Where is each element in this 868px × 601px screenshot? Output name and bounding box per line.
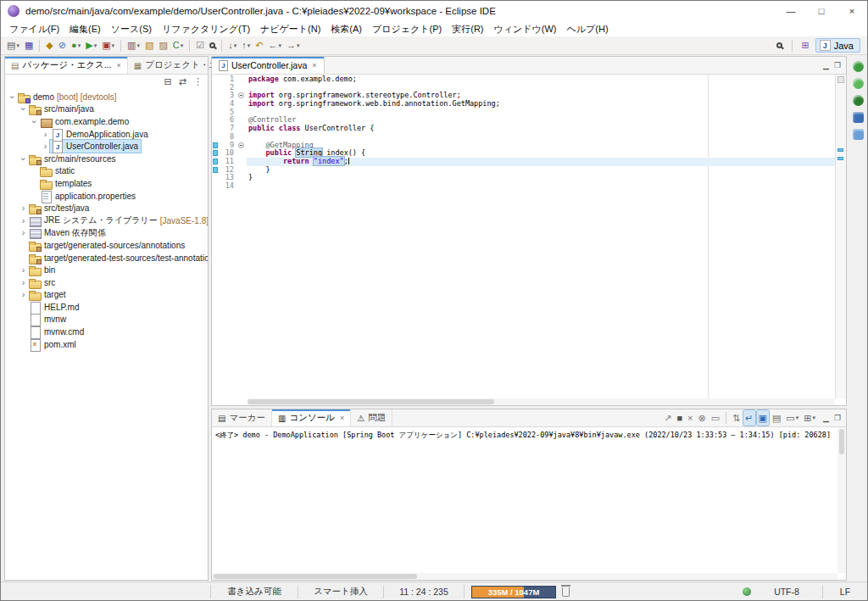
menu-item[interactable]: ソース(S): [106, 22, 157, 36]
display-selected-console-icon[interactable]: ▭▾: [784, 410, 800, 426]
collapse-fold-icon[interactable]: [238, 92, 244, 98]
twistie-icon[interactable]: ›: [30, 117, 39, 126]
tree-item[interactable]: target/generated-test-sources/test-annot…: [5, 252, 208, 264]
open-perspective-icon[interactable]: ⊞: [800, 38, 811, 53]
overview-occurrence-mark[interactable]: [837, 148, 843, 152]
twistie-icon[interactable]: ›: [19, 290, 28, 299]
next-annotation-icon[interactable]: ↓▾: [226, 38, 238, 53]
twistie-icon[interactable]: ›: [19, 203, 28, 213]
menu-item[interactable]: 編集(E): [64, 22, 106, 36]
editor-line[interactable]: 1package com.example.demo;: [212, 75, 835, 84]
editor-line[interactable]: 12 }: [212, 166, 835, 175]
annotation-summary-icon[interactable]: [837, 76, 844, 83]
console-body[interactable]: <終了> demo - DemoApplication [Spring Boot…: [212, 427, 846, 580]
code-editor[interactable]: 1package com.example.demo;23import org.s…: [212, 75, 835, 398]
menu-item[interactable]: リファクタリング(T): [157, 22, 255, 36]
scrollbar-thumb[interactable]: [248, 399, 494, 404]
close-window-button[interactable]: ×: [837, 1, 867, 21]
boot-dashboard-icon[interactable]: [853, 61, 864, 72]
search-icon[interactable]: [775, 38, 784, 53]
console-tab-console[interactable]: ▥コンソール×: [272, 409, 351, 426]
explorer-tab[interactable]: ▤パッケージ・エクス...×: [5, 57, 128, 74]
tree-item[interactable]: ›demo [boot] [devtools]: [5, 91, 208, 103]
editor-line[interactable]: 4import org.springframework.web.bind.ann…: [212, 100, 835, 109]
pin-console-icon[interactable]: ▤: [771, 410, 782, 426]
coverage-icon[interactable]: ▥▾: [125, 38, 142, 53]
twistie-icon[interactable]: ›: [19, 228, 28, 237]
forward-icon[interactable]: →▾: [285, 38, 302, 53]
twistie-icon[interactable]: ›: [19, 216, 28, 225]
twistie-icon[interactable]: ›: [41, 130, 50, 139]
scrollbar-thumb[interactable]: [214, 574, 417, 579]
menu-item[interactable]: ファイル(F): [4, 22, 64, 36]
outline-icon[interactable]: [853, 95, 864, 106]
console-tab-problems[interactable]: ⚠問題: [351, 409, 392, 426]
editor-line[interactable]: 5: [212, 109, 835, 117]
back-icon[interactable]: ←▾: [266, 38, 283, 53]
snippets-icon[interactable]: [853, 129, 864, 140]
tree-item[interactable]: pom.xml: [5, 338, 208, 351]
tree-item[interactable]: ›com.example.demo: [5, 115, 208, 128]
maximize-view-icon[interactable]: ❐: [834, 61, 841, 70]
editor-line[interactable]: 14: [212, 182, 835, 191]
open-console-icon[interactable]: ⊞▾: [802, 410, 817, 426]
tree-item[interactable]: ›UserController.java: [5, 140, 208, 153]
tree-item[interactable]: mvnw: [5, 314, 208, 326]
maximize-window-button[interactable]: □: [806, 1, 837, 21]
editor-line[interactable]: 11 return "index";: [212, 158, 835, 166]
tree-item[interactable]: ›Maven 依存関係: [5, 227, 208, 240]
close-tab-icon[interactable]: ×: [340, 414, 344, 422]
scrollbar-thumb[interactable]: [839, 429, 844, 454]
new-wizard-icon[interactable]: ▤▾: [5, 38, 21, 53]
minimize-window-button[interactable]: —: [776, 1, 806, 21]
previous-annotation-icon[interactable]: ↑▾: [240, 38, 252, 53]
menu-item[interactable]: ヘルプ(H): [562, 22, 614, 36]
tree-item[interactable]: ›src/main/java: [5, 103, 208, 116]
open-launch-config-icon[interactable]: ↗: [662, 410, 673, 426]
tree-item[interactable]: ›JRE システム・ライブラリー [JavaSE-1.8]: [5, 214, 208, 227]
menu-item[interactable]: ナビゲート(N): [255, 22, 326, 36]
spring-symbols-icon[interactable]: [853, 78, 864, 89]
close-tab-icon[interactable]: ×: [312, 61, 316, 70]
tree-item[interactable]: ›DemoApplication.java: [5, 128, 208, 141]
terminate-icon[interactable]: ■: [675, 410, 684, 426]
new-class-icon[interactable]: C▾: [171, 38, 185, 53]
tree-item[interactable]: mvnw.cmd: [5, 326, 208, 338]
editor-horizontal-scrollbar[interactable]: [248, 398, 835, 405]
tree-item[interactable]: static: [5, 165, 208, 178]
tree-item[interactable]: ›bin: [5, 264, 208, 276]
minimize-view-icon[interactable]: ▁: [823, 414, 829, 422]
word-wrap-icon[interactable]: ↵: [743, 410, 754, 426]
java-perspective-button[interactable]: J Java: [815, 38, 860, 53]
show-on-output-icon[interactable]: ▣: [757, 410, 769, 426]
console-vertical-scrollbar[interactable]: [837, 427, 846, 573]
editor-tab-usercontroller[interactable]: J UserController.java ×: [212, 57, 325, 74]
run-garbage-collector-icon[interactable]: [562, 587, 570, 597]
view-menu-icon[interactable]: ⋮: [192, 75, 204, 90]
remove-launch-icon[interactable]: ×: [686, 410, 694, 426]
twistie-icon[interactable]: ›: [19, 265, 28, 275]
new-package-icon[interactable]: ▨: [157, 38, 169, 53]
editor-line[interactable]: 7public class UserController {: [212, 125, 835, 133]
maximize-view-icon[interactable]: ❐: [834, 414, 841, 422]
tree-item[interactable]: ›src/main/resources: [5, 153, 208, 165]
link-with-editor-icon[interactable]: ⇄: [177, 75, 188, 90]
skip-breakpoints-icon[interactable]: ⊘: [57, 38, 68, 53]
twistie-icon[interactable]: ›: [41, 142, 50, 151]
editor-line[interactable]: 13}: [212, 174, 835, 182]
tree-item[interactable]: ›target: [5, 289, 208, 302]
console-horizontal-scrollbar[interactable]: [212, 573, 837, 580]
search-toolbar-icon[interactable]: [208, 38, 217, 53]
tree-item[interactable]: templates: [5, 177, 208, 190]
scroll-lock-icon[interactable]: ⇅: [731, 410, 742, 426]
collapse-fold-icon[interactable]: [238, 142, 244, 148]
twistie-icon[interactable]: ›: [19, 104, 28, 114]
tree-item[interactable]: HELP.md: [5, 301, 208, 314]
open-task-list-icon[interactable]: ☑: [194, 38, 206, 53]
debug-icon[interactable]: ●▾: [70, 38, 82, 53]
external-tools-icon[interactable]: ▣▾: [100, 38, 116, 53]
twistie-icon[interactable]: ›: [8, 92, 17, 102]
tree-item[interactable]: ›src/test/java: [5, 202, 208, 214]
menu-item[interactable]: プロジェクト(P): [367, 22, 447, 36]
menu-item[interactable]: 実行(R): [447, 22, 488, 36]
